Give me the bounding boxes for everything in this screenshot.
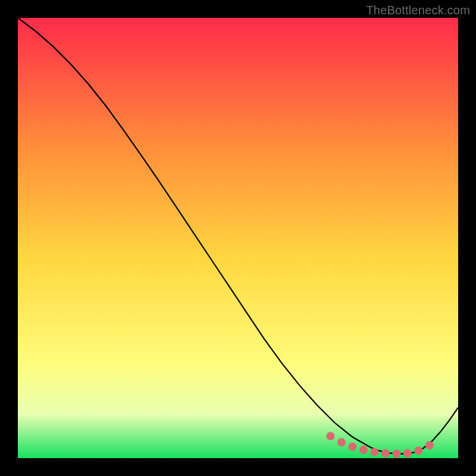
optimal-dot bbox=[403, 449, 412, 458]
chart-page: { "attribution": "TheBottleneck.com", "c… bbox=[0, 0, 476, 476]
optimal-dot bbox=[392, 450, 400, 458]
optimal-dot bbox=[381, 449, 390, 458]
optimal-dot bbox=[337, 438, 346, 446]
optimal-dot bbox=[348, 443, 356, 451]
optimal-dot bbox=[326, 432, 334, 440]
bottleneck-chart bbox=[18, 18, 458, 458]
optimal-dot bbox=[370, 448, 378, 456]
gradient-background bbox=[18, 18, 458, 458]
plot-area bbox=[18, 18, 458, 458]
optimal-dot bbox=[359, 446, 368, 454]
attribution-text: TheBottleneck.com bbox=[366, 4, 470, 17]
optimal-dot bbox=[414, 446, 422, 455]
optimal-dot bbox=[425, 441, 434, 450]
